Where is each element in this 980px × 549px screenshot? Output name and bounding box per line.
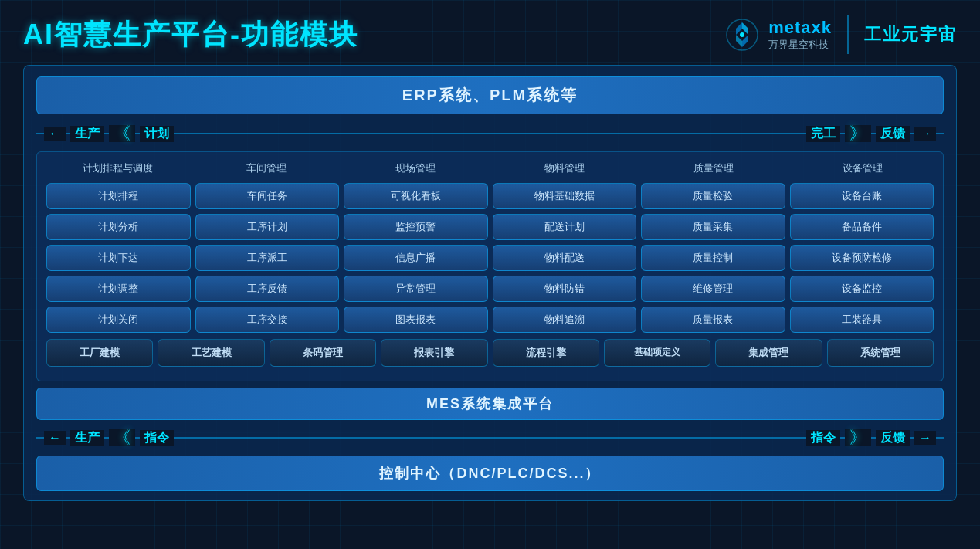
- module-btn-0-3[interactable]: 物料基础数据: [493, 183, 637, 209]
- module-btn-1-3[interactable]: 配送计划: [493, 214, 637, 240]
- brand-text: metaxk 万界星空科技: [768, 18, 832, 52]
- brand-subtitle: 万界星空科技: [768, 38, 829, 52]
- bottom-btn-5[interactable]: 基础项定义: [604, 339, 710, 367]
- bottom-btn-4[interactable]: 流程引擎: [493, 339, 599, 367]
- arrow-up-icon-1: 》: [845, 125, 871, 142]
- page-title: AI智慧生产平台-功能模块: [23, 16, 358, 54]
- flow-fankui-label-2: 反馈: [876, 430, 910, 446]
- arrow-down-icon-2: 《: [109, 429, 135, 446]
- brand-slogan: 工业元宇宙: [864, 23, 957, 46]
- bottom-btn-7[interactable]: 系统管理: [827, 339, 934, 367]
- flow-label-shengchan-1: ←: [44, 127, 66, 141]
- module-btn-2-3[interactable]: 物料配送: [493, 245, 637, 271]
- col-header-4: 质量管理: [642, 160, 785, 177]
- module-btn-4-2[interactable]: 图表报表: [344, 307, 488, 333]
- col-header-5: 设备管理: [791, 160, 934, 177]
- module-btn-3-3[interactable]: 物料防错: [493, 276, 637, 302]
- main-container: ERP系统、PLM系统等 ← 生产 《 计划 完工 》 反馈 → 计划排程与调度: [23, 65, 957, 501]
- header: AI智慧生产平台-功能模块 metaxk 万界星空科技 工业元宇宙: [23, 15, 957, 54]
- bottom-btn-0[interactable]: 工厂建模: [46, 339, 153, 367]
- modules-area: 计划排程与调度 车间管理 现场管理 物料管理 质量管理 设备管理 计划排程 车间…: [36, 151, 944, 381]
- module-btn-4-0[interactable]: 计划关闭: [46, 307, 191, 333]
- mes-bar: MES系统集成平台: [36, 388, 944, 420]
- bottom-btn-6[interactable]: 集成管理: [715, 339, 822, 367]
- module-btn-0-0[interactable]: 计划排程: [46, 183, 191, 209]
- brand-divider: [847, 15, 849, 54]
- flow-row-1: ← 生产 《 计划 完工 》 反馈 →: [36, 122, 944, 145]
- module-btn-3-5[interactable]: 设备监控: [790, 276, 934, 302]
- col-header-0: 计划排程与调度: [46, 160, 189, 177]
- module-btn-0-1[interactable]: 车间任务: [195, 183, 340, 209]
- module-btn-1-0[interactable]: 计划分析: [46, 214, 191, 240]
- module-btn-2-5[interactable]: 设备预防检修: [790, 245, 934, 271]
- module-grid: 计划排程 车间任务 可视化看板 物料基础数据 质量检验 设备台账 计划分析 工序…: [46, 183, 934, 333]
- module-btn-0-5[interactable]: 设备台账: [790, 183, 934, 209]
- module-btn-1-2[interactable]: 监控预警: [344, 214, 488, 240]
- col-header-3: 物料管理: [493, 160, 636, 177]
- control-bar: 控制中心（DNC/PLC/DCS...）: [36, 456, 944, 491]
- brand-logo-icon: [724, 16, 761, 53]
- module-btn-3-2[interactable]: 异常管理: [344, 276, 488, 302]
- module-btn-4-1[interactable]: 工序交接: [195, 307, 340, 333]
- flow-arrow-right-2: →: [914, 431, 936, 445]
- module-btn-2-2[interactable]: 信息广播: [344, 245, 488, 271]
- module-btn-2-4[interactable]: 质量控制: [641, 245, 785, 271]
- module-btn-3-1[interactable]: 工序反馈: [195, 276, 340, 302]
- module-btn-4-3[interactable]: 物料追溯: [493, 307, 637, 333]
- arrow-down-icon-1: 《: [109, 125, 135, 142]
- flow-zhiling-label-1: 指令: [140, 430, 174, 446]
- flow-arrow-right-1: →: [914, 127, 936, 141]
- col-header-2: 现场管理: [344, 160, 487, 177]
- page: AI智慧生产平台-功能模块 metaxk 万界星空科技 工业元宇宙 ERP系统、…: [0, 0, 980, 549]
- flow-arrow-left-2: ←: [44, 431, 66, 445]
- col-header-1: 车间管理: [195, 160, 338, 177]
- arrow-up-icon-2: 》: [845, 429, 871, 446]
- module-btn-3-0[interactable]: 计划调整: [46, 276, 191, 302]
- flow-shengchan-label: 生产: [70, 126, 104, 142]
- col-headers: 计划排程与调度 车间管理 现场管理 物料管理 质量管理 设备管理: [46, 160, 934, 177]
- module-btn-0-2[interactable]: 可视化看板: [344, 183, 488, 209]
- svg-point-5: [740, 32, 744, 37]
- module-btn-1-1[interactable]: 工序计划: [195, 214, 340, 240]
- module-btn-2-0[interactable]: 计划下达: [46, 245, 191, 271]
- flow-shengchan-label-2: 生产: [70, 430, 104, 446]
- module-btn-1-5[interactable]: 备品备件: [790, 214, 934, 240]
- module-btn-1-4[interactable]: 质量采集: [641, 214, 785, 240]
- bottom-btn-3[interactable]: 报表引擎: [381, 339, 487, 367]
- module-btn-2-1[interactable]: 工序派工: [195, 245, 340, 271]
- bottom-modules: 工厂建模 工艺建模 条码管理 报表引擎 流程引擎 基础项定义 集成管理 系统管理: [46, 339, 934, 367]
- module-btn-3-4[interactable]: 维修管理: [641, 276, 785, 302]
- bottom-btn-1[interactable]: 工艺建模: [158, 339, 264, 367]
- bottom-btn-2[interactable]: 条码管理: [270, 339, 376, 367]
- brand-name: metaxk: [768, 18, 832, 38]
- flow-jihua-label: 计划: [140, 126, 174, 142]
- erp-bar: ERP系统、PLM系统等: [36, 76, 944, 114]
- brand: metaxk 万界星空科技 工业元宇宙: [724, 15, 957, 54]
- flow-wangong-label: 完工: [806, 126, 840, 142]
- flow-row-2: ← 生产 《 指令 指令 》 反馈 →: [36, 426, 944, 449]
- module-btn-4-4[interactable]: 质量报表: [641, 307, 785, 333]
- module-btn-4-5[interactable]: 工装器具: [790, 307, 934, 333]
- module-btn-0-4[interactable]: 质量检验: [641, 183, 785, 209]
- flow-fankui-label-1: 反馈: [876, 126, 910, 142]
- flow-zhiling-label-2: 指令: [806, 430, 840, 446]
